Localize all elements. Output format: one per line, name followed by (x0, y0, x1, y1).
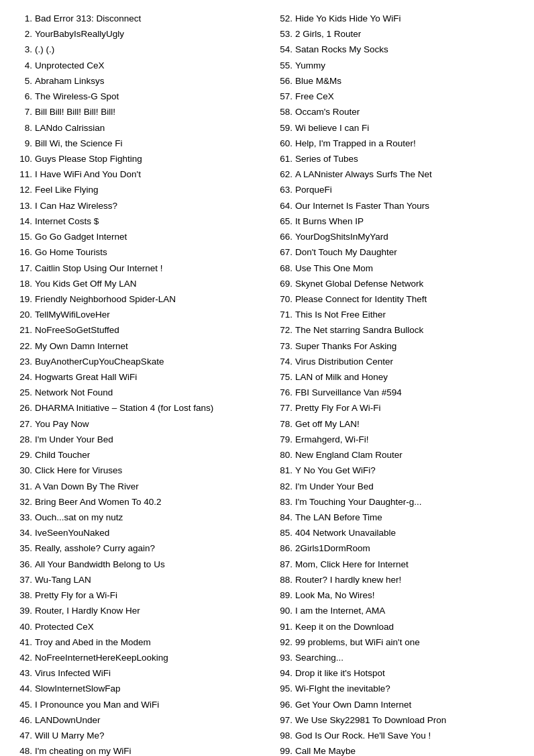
list-item: 6.The Wireless-G Spot (13, 89, 260, 104)
item-text: I'm Under Your Bed (35, 432, 260, 447)
item-text: Guys Please Stop Fighting (35, 151, 260, 167)
item-number: 31. (13, 479, 35, 494)
list-item: 81.Y No You Get WiFi? (274, 463, 521, 478)
list-item: 32.Bring Beer And Women To 40.2 (13, 494, 260, 510)
item-text: All Your Bandwidth Belong to Us (35, 557, 260, 572)
list-item: 48.I'm cheating on my WiFi (13, 743, 260, 756)
list-item: 76.FBI Surveillance Van #594 (274, 385, 521, 400)
list-item: 13.I Can Haz Wireless? (13, 198, 260, 214)
item-text: (.) (.) (35, 42, 260, 57)
list-item: 56.Blue M&Ms (274, 73, 521, 89)
item-number: 93. (274, 650, 295, 665)
item-number: 98. (274, 728, 295, 743)
list-item: 62.A LANnister Always Surfs The Net (274, 167, 521, 182)
list-item: 8.LANdo Calrissian (13, 120, 260, 136)
item-number: 57. (274, 89, 295, 104)
item-text: Click Here for Viruses (35, 463, 260, 478)
item-number: 22. (13, 338, 35, 354)
item-number: 56. (274, 73, 295, 89)
item-number: 46. (13, 712, 35, 728)
list-item: 95.Wi-FIght the inevitable? (274, 681, 521, 696)
item-text: Caitlin Stop Using Our Internet ! (35, 261, 260, 276)
list-item: 97.We Use Sky22981 To Download Pron (274, 712, 521, 728)
item-number: 8. (13, 120, 35, 136)
list-item: 7.Bill Bill! Bill! Bill! Bill! (13, 104, 260, 120)
item-number: 30. (13, 463, 35, 478)
item-number: 66. (274, 229, 295, 244)
list-item: 54.Satan Rocks My Socks (274, 42, 521, 57)
list-item: 34.IveSeenYouNaked (13, 525, 260, 540)
item-text: Pretty Fly for a Wi-Fi (35, 587, 260, 603)
item-text: DHARMA Initiative – Station 4 (for Lost … (35, 400, 260, 416)
item-text: Mom, Click Here for Internet (295, 557, 521, 572)
item-number: 7. (13, 104, 35, 120)
item-number: 81. (274, 463, 295, 478)
item-number: 47. (13, 728, 35, 743)
item-text: Ouch...sat on my nutz (35, 510, 260, 525)
item-number: 32. (13, 494, 35, 510)
list-item: 41.Troy and Abed in the Modem (13, 634, 260, 650)
item-text: The Wireless-G Spot (35, 89, 260, 104)
item-number: 87. (274, 557, 295, 572)
item-text: Use This One Mom (295, 261, 521, 276)
list-item: 4.Unprotected CeX (13, 58, 260, 73)
item-text: Go Home Tourists (35, 244, 260, 260)
item-number: 19. (13, 291, 35, 307)
item-text: LANDownUnder (35, 712, 260, 728)
item-text: You Pay Now (35, 416, 260, 432)
list-item: 93.Searching... (274, 650, 521, 665)
list-item: 24.Hogwarts Great Hall WiFi (13, 369, 260, 385)
item-text: Child Toucher (35, 447, 260, 463)
item-text: I Can Haz Wireless? (35, 198, 260, 214)
list-item: 10.Guys Please Stop Fighting (13, 151, 260, 167)
item-text: Satan Rocks My Socks (295, 42, 521, 57)
item-text: Call Me Maybe (295, 743, 521, 756)
item-text: LAN of Milk and Honey (295, 369, 521, 385)
list-item: 19.Friendly Neighborhood Spider-LAN (13, 291, 260, 307)
list-item: 65.It Burns When IP (274, 214, 521, 229)
item-text: I'm Touching Your Daughter-g... (295, 494, 521, 510)
list-item: 52.Hide Yo Kids Hide Yo WiFi (274, 11, 521, 26)
item-text: The Net starring Sandra Bullock (295, 322, 521, 338)
item-text: Yummy (295, 58, 521, 73)
list-item: 42.NoFreeInternetHereKeepLooking (13, 650, 260, 665)
left-column: 1.Bad Error 313: Disconnect2.YourBabyIsR… (13, 11, 260, 756)
item-number: 80. (274, 447, 295, 463)
list-item: 77.Pretty Fly For A Wi-Fi (274, 400, 521, 416)
list-item: 26.DHARMA Initiative – Station 4 (for Lo… (13, 400, 260, 416)
list-item: 12.Feel Like Flying (13, 182, 260, 197)
item-text: Searching... (295, 650, 521, 665)
list-item: 86.2Girls1DormRoom (274, 540, 521, 556)
item-number: 12. (13, 182, 35, 197)
item-text: Virus Infected WiFi (35, 665, 260, 681)
list-item: 1.Bad Error 313: Disconnect (13, 11, 260, 26)
item-number: 15. (13, 229, 35, 244)
item-text: We Use Sky22981 To Download Pron (295, 712, 521, 728)
item-number: 97. (274, 712, 295, 728)
list-item: 74.Virus Distribution Center (274, 354, 521, 369)
item-text: God Is Our Rock. He'll Save You ! (295, 728, 521, 743)
list-item: 60.Help, I'm Trapped in a Router! (274, 136, 521, 151)
list-item: 43.Virus Infected WiFi (13, 665, 260, 681)
item-text: I'm Under Your Bed (295, 479, 521, 494)
item-text: Our Internet Is Faster Than Yours (295, 198, 521, 214)
list-item: 40.Protected CeX (13, 619, 260, 634)
item-number: 76. (274, 385, 295, 400)
item-text: Abraham Linksys (35, 73, 260, 89)
list-item: 78.Get off My LAN! (274, 416, 521, 432)
item-text: Feel Like Flying (35, 182, 260, 197)
list-item: 96.Get Your Own Damn Internet (274, 697, 521, 712)
list-item: 47.Will U Marry Me? (13, 728, 260, 743)
list-item: 3.(.) (.) (13, 42, 260, 57)
item-text: Get Your Own Damn Internet (295, 697, 521, 712)
item-number: 9. (13, 136, 35, 151)
item-text: This Is Not Free Either (295, 307, 521, 322)
item-text: Keep it on the Download (295, 619, 521, 634)
item-number: 40. (13, 619, 35, 634)
item-text: Free CeX (295, 89, 521, 104)
item-number: 33. (13, 510, 35, 525)
item-text: NoFreeInternetHereKeepLooking (35, 650, 260, 665)
item-number: 5. (13, 73, 35, 89)
item-text: Hide Yo Kids Hide Yo WiFi (295, 11, 521, 26)
list-item: 90.I am the Internet, AMA (274, 603, 521, 618)
